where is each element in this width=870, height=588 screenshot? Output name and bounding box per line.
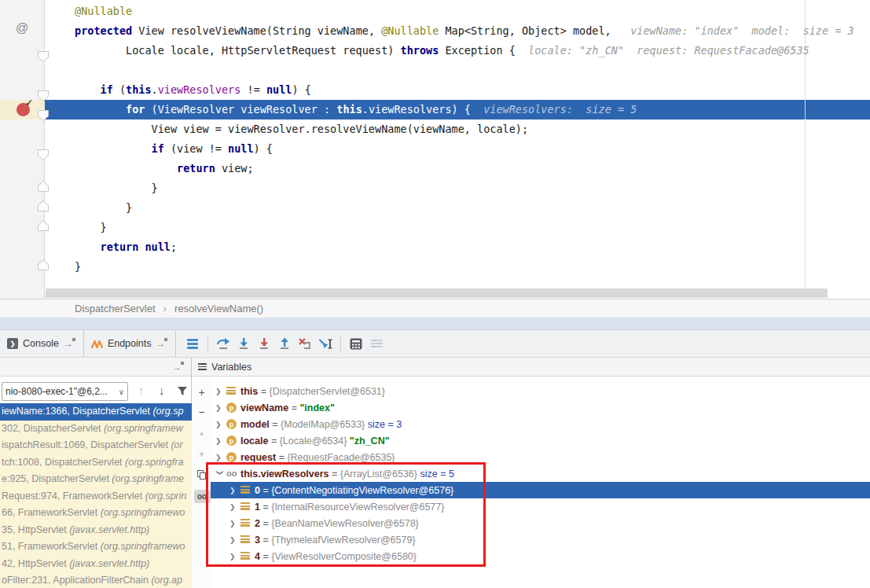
text-segment: =	[288, 402, 299, 413]
code-editor[interactable]: @ ✓ @Nullable protected View resolveView…	[0, 0, 870, 299]
code-line[interactable]: if (this.viewResolvers != null) {	[45, 80, 870, 100]
chevron-right-icon[interactable]: ❯	[229, 536, 240, 544]
variable-row-this[interactable]: ❯ this = {DispatcherServlet@6531}	[211, 383, 870, 399]
move-watch-up-button[interactable]: ▲	[193, 425, 211, 441]
endpoints-tab-label: Endpoints	[108, 338, 152, 349]
show-watches-toggle-button[interactable]: oo	[193, 488, 211, 504]
text-segment: {ThymeleafViewResolver@6579}	[271, 535, 415, 546]
tab-options-arrow-icon[interactable]: →	[156, 338, 168, 349]
stack-frame-row[interactable]: 42, HttpServlet (javax.servlet.http)	[0, 556, 192, 573]
array-item-row-1[interactable]: ❯ 1 = {InternalResourceViewResolver@6577…	[211, 498, 870, 515]
layout-menu-icon[interactable]	[182, 333, 203, 354]
chevron-right-icon[interactable]: ❯	[215, 388, 226, 395]
code-line[interactable]: }	[45, 198, 870, 218]
code-line[interactable]: return view;	[45, 159, 870, 178]
move-watch-down-button[interactable]: ▼	[193, 447, 211, 462]
text-segment: =	[260, 551, 271, 562]
code-line[interactable]: }	[45, 178, 870, 198]
debug-panels-header: → Variables	[0, 358, 870, 377]
variable-row-viewname[interactable]: ❯ p viewName = "index"	[211, 399, 870, 416]
stack-frame-row[interactable]: ispatchResult:1069, DispatcherServlet (o…	[0, 437, 192, 454]
previous-frame-button[interactable]: ↑	[138, 384, 145, 397]
chevron-right-icon[interactable]: ❯	[229, 520, 240, 527]
array-item-row-4[interactable]: ❯ 4 = {ViewResolverComposite@6580}	[211, 548, 870, 564]
code-line[interactable]	[45, 61, 870, 80]
tab-console[interactable]: ❯ Console →	[0, 330, 84, 357]
code-line[interactable]: protected View resolveViewName(String vi…	[45, 21, 870, 41]
code-line[interactable]: }	[45, 257, 870, 277]
editor-gutter[interactable]: @ ✓	[0, 0, 45, 299]
add-watch-button[interactable]: +	[193, 384, 211, 400]
stack-frame-row[interactable]: 302, DispatcherServlet (org.springframew	[0, 421, 192, 438]
panel-options-arrow-icon[interactable]: →	[172, 362, 185, 373]
text-segment: (javax.servlet.http)	[69, 558, 149, 569]
debug-window-header-band	[0, 318, 870, 329]
variable-row-locale[interactable]: ❯ p locale = {Locale@6534} "zh_CN"	[211, 432, 870, 449]
stack-frame-row[interactable]: oFilter:231, ApplicationFilterChain (org…	[0, 572, 192, 588]
chevron-expanded-icon[interactable]: ❯	[216, 469, 224, 480]
chevron-right-icon[interactable]: ❯	[229, 487, 240, 494]
current-execution-line[interactable]: for (ViewResolver viewResolver : this.vi…	[45, 100, 870, 119]
tab-endpoints[interactable]: Endpoints →	[84, 330, 177, 357]
text-segment: 3	[255, 535, 260, 546]
text-segment: return	[101, 241, 139, 253]
text-segment: }	[75, 260, 81, 273]
step-over-button[interactable]	[213, 333, 233, 354]
chevron-right-icon[interactable]: ❯	[215, 404, 226, 412]
next-frame-button[interactable]: ↓	[159, 384, 165, 397]
duplicate-watch-button[interactable]	[193, 467, 211, 483]
chevron-right-icon[interactable]: ❯	[229, 503, 240, 511]
variables-menu-icon[interactable]	[198, 362, 207, 371]
step-out-button[interactable]	[274, 333, 295, 354]
remove-watch-button[interactable]: −	[193, 404, 211, 420]
text-segment: @Nullable	[75, 5, 132, 17]
thread-selector-dropdown[interactable]: nio-8080-exec-1"@6,2... ∨	[2, 382, 128, 401]
chevron-right-icon[interactable]: ❯	[215, 421, 226, 428]
stack-frame-row[interactable]: 66, FrameworkServlet (org.springframewo	[0, 505, 192, 522]
force-step-into-button[interactable]	[254, 333, 274, 354]
array-item-row-0[interactable]: ❯ 0 = {ContentNegotiatingViewResolver@65…	[211, 482, 870, 498]
variables-tree: ❯ this = {DispatcherServlet@6531} ❯ p vi…	[211, 377, 870, 588]
value-icon	[240, 502, 250, 511]
step-into-button[interactable]	[233, 333, 254, 354]
text-segment: size = 5	[420, 469, 453, 480]
stack-frame-row[interactable]: tch:1008, DispatcherServlet (org.springf…	[0, 454, 192, 472]
array-item-row-2[interactable]: ❯ 2 = {BeanNameViewResolver@6578}	[211, 515, 870, 531]
text-segment: =	[270, 419, 281, 430]
watch-row-viewresolvers[interactable]: ❯ oo this.viewResolvers = {ArrayList@653…	[211, 465, 870, 482]
evaluate-expression-button[interactable]	[346, 333, 366, 354]
stack-frame-row[interactable]: 35, HttpServlet (javax.servlet.http)	[0, 522, 192, 539]
horizontal-scrollbar[interactable]	[46, 288, 828, 298]
code-text-area[interactable]: @Nullable protected View resolveViewName…	[45, 0, 870, 288]
hide-library-frames-filter-button[interactable]	[177, 385, 188, 399]
code-line[interactable]: @Nullable	[45, 2, 870, 21]
code-line[interactable]: Locale locale, HttpServletRequest reques…	[45, 41, 870, 61]
code-line[interactable]: return null;	[45, 237, 870, 257]
breadcrumb-class[interactable]: DispatcherServlet	[75, 303, 156, 314]
drop-frame-button[interactable]	[295, 333, 315, 354]
variable-row-request[interactable]: ❯ p request = {RequestFacade@6535}	[211, 449, 870, 465]
settings-disabled-button[interactable]	[366, 333, 387, 354]
code-line[interactable]: View view = viewResolver.resolveViewName…	[45, 119, 870, 139]
breakpoint-icon[interactable]: ✓	[17, 103, 30, 116]
text-segment: (org.sp	[152, 406, 183, 417]
tab-options-arrow-icon[interactable]: →	[64, 338, 76, 349]
chevron-right-icon[interactable]: ❯	[229, 553, 240, 560]
stack-frame-row[interactable]: 51, FrameworkServlet (org.springframewo	[0, 538, 192, 556]
breadcrumb-method[interactable]: resolveViewName()	[174, 303, 263, 314]
stack-frame-row[interactable]: Request:974, FrameworkServlet (org.sprin	[0, 488, 192, 505]
text-segment: "index"	[299, 402, 335, 413]
run-to-cursor-button[interactable]	[315, 333, 336, 354]
array-item-row-3[interactable]: ❯ 3 = {ThymeleafViewResolver@6579}	[211, 531, 870, 548]
variable-row-model[interactable]: ❯ p model = {ModelMap@6533} size = 3	[211, 416, 870, 432]
chevron-right-icon[interactable]: ❯	[215, 437, 226, 445]
code-line[interactable]: if (view != null) {	[45, 139, 870, 159]
text-segment: {ModelMap@6533}	[281, 419, 368, 430]
code-line[interactable]: }	[45, 218, 870, 237]
text-segment: @Nullable	[381, 24, 439, 37]
stack-frame-row[interactable]: iewName:1366, DispatcherServlet (org.sp	[0, 403, 192, 421]
console-icon: ❯	[7, 338, 18, 349]
call-stack-list: iewName:1366, DispatcherServlet (org.sp …	[0, 403, 192, 588]
chevron-right-icon[interactable]: ❯	[215, 454, 226, 461]
stack-frame-row[interactable]: e:925, DispatcherServlet (org.springfram…	[0, 471, 192, 488]
